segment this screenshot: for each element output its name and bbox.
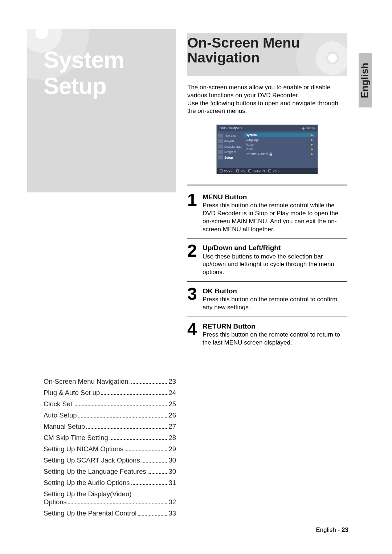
section-title-line2: Setup xyxy=(44,73,171,99)
step-number: 4 xyxy=(187,322,200,347)
toc-page: 23 xyxy=(168,378,176,386)
toc-leader-dots xyxy=(74,400,167,406)
footer-page-number: 23 xyxy=(342,526,348,533)
toc-row: Setting Up the Audio Options31 xyxy=(44,479,176,487)
chevron-right-icon: ▶ xyxy=(311,143,313,146)
toc-row: Setting Up NICAM Options29 xyxy=(44,445,176,453)
osd-sidebar-item: Program xyxy=(217,149,243,155)
toc-label: Clock Set xyxy=(44,400,72,408)
osd-menu-item: Video ▶ xyxy=(244,147,315,151)
osd-menu-label: Parental Control xyxy=(246,152,273,156)
toc-label: On-Screen Menu Navigation xyxy=(44,378,128,386)
chevron-right-icon: ▶ xyxy=(311,147,313,151)
osd-sidebar: Title ListPlaylistDiscManagerProgramSetu… xyxy=(217,131,243,168)
osd-hint: RETURN xyxy=(248,169,265,172)
step-number: 1 xyxy=(187,193,200,233)
osd-sidebar-label: Program xyxy=(224,150,236,154)
toc-page: 25 xyxy=(168,400,176,408)
divider xyxy=(187,238,347,239)
step-number: 3 xyxy=(187,287,200,311)
osd-bottom-hints: MOVE OK RETURN EXIT xyxy=(217,168,318,174)
toc-row: Manual Setup27 xyxy=(44,423,176,431)
table-of-contents: On-Screen Menu Navigation23Plug & Auto S… xyxy=(44,378,176,521)
osd-hint: EXIT xyxy=(268,169,279,172)
instruction-step: 4RETURN ButtonPress this button on the r… xyxy=(187,322,347,347)
toc-page: 29 xyxy=(168,445,176,453)
subsection-heading-box: On-Screen Menu Navigation xyxy=(187,33,347,76)
toc-page: 33 xyxy=(168,509,176,517)
toc-leader-dots xyxy=(86,423,167,429)
svg-rect-0 xyxy=(269,154,272,156)
osd-sidebar-label: Title List xyxy=(224,134,236,138)
toc-page: 30 xyxy=(168,456,176,464)
osd-sidebar-icon xyxy=(218,150,223,154)
subsection-heading-line2: Navigation xyxy=(187,50,347,65)
step-title: MENU Button xyxy=(203,193,247,201)
osd-sidebar-item: Setup xyxy=(217,155,243,160)
toc-row: Setting Up the Parental Control33 xyxy=(44,509,176,517)
osd-sidebar-label: Setup xyxy=(224,156,233,159)
toc-page: 28 xyxy=(168,434,176,442)
osd-menu: System ▶Language ▶Audio ▶Video ▶Parental… xyxy=(243,131,318,168)
chevron-right-icon: ▶ xyxy=(311,138,313,142)
osd-top-left: DVD-RAM(VR) xyxy=(220,126,242,130)
toc-row: Setting Up SCART Jack Options30 xyxy=(44,456,176,464)
instruction-step: 1MENU ButtonPress this button on the rem… xyxy=(187,193,347,233)
toc-leader-dots xyxy=(142,456,167,463)
toc-page: 30 xyxy=(168,468,176,476)
section-title: System Setup xyxy=(44,47,171,99)
toc-leader-dots xyxy=(101,389,167,395)
toc-label: Setting Up SCART Jack Options xyxy=(44,456,140,464)
osd-hint-key-icon xyxy=(236,169,239,172)
toc-page: 26 xyxy=(168,411,176,419)
toc-label: Setting Up the Language Features xyxy=(44,468,146,476)
toc-leader-dots xyxy=(130,378,167,384)
step-title: OK Button xyxy=(203,287,237,295)
osd-sidebar-icon xyxy=(218,155,223,159)
osd-menu-label: Audio xyxy=(246,143,254,146)
toc-page: 27 xyxy=(168,423,176,431)
toc-label: Setting Up the Audio Options xyxy=(44,479,130,487)
step-body: Use these buttons to move the selection … xyxy=(203,253,334,276)
toc-row: Setting Up the Language Features30 xyxy=(44,468,176,476)
osd-sidebar-label: DiscManager xyxy=(224,145,242,148)
step-body: Press this button on the remote control … xyxy=(203,202,338,232)
osd-hint-label: EXIT xyxy=(273,169,279,172)
step-title: Up/Down and Left/Right xyxy=(203,244,281,252)
osd-top-right: Setup xyxy=(302,126,315,130)
toc-leader-dots xyxy=(78,411,167,417)
toc-label: Setting Up the Display(Video) xyxy=(44,490,176,498)
osd-sidebar-item: Playlist xyxy=(217,138,243,144)
toc-leader-dots xyxy=(131,479,167,485)
toc-row: Auto Setup26 xyxy=(44,411,176,419)
toc-leader-dots xyxy=(110,434,167,440)
toc-row: On-Screen Menu Navigation23 xyxy=(44,378,176,386)
toc-page: 24 xyxy=(168,389,176,397)
toc-label: Plug & Auto Set up xyxy=(44,389,100,397)
osd-menu-item: System ▶ xyxy=(244,133,315,137)
osd-hint-key-icon xyxy=(220,169,222,172)
osd-hint: MOVE xyxy=(220,169,233,172)
language-tab: English xyxy=(359,53,372,107)
toc-leader-dots xyxy=(138,509,167,516)
toc-leader-dots xyxy=(125,445,167,451)
osd-hint-label: RETURN xyxy=(253,169,265,172)
osd-hint-key-icon xyxy=(268,169,271,172)
osd-sidebar-icon xyxy=(218,134,223,138)
osd-menu-item: Audio ▶ xyxy=(244,142,315,147)
osd-menu-label: Language xyxy=(246,138,260,142)
osd-sidebar-icon xyxy=(218,144,223,148)
toc-page: 32 xyxy=(168,498,176,506)
toc-page: 31 xyxy=(168,479,176,487)
step-title: RETURN Button xyxy=(203,322,256,330)
intro-paragraph: The on-screen menus allow you to enable … xyxy=(187,83,347,115)
toc-label: Auto Setup xyxy=(44,411,77,419)
osd-menu-item: Language ▶ xyxy=(244,138,315,142)
page-footer: English - 23 xyxy=(316,526,348,534)
toc-label: CM Skip Time Setting xyxy=(44,434,108,442)
toc-label: Manual Setup xyxy=(44,423,85,431)
divider xyxy=(187,317,347,317)
toc-leader-dots xyxy=(148,468,167,474)
toc-label: Options xyxy=(44,498,67,506)
subsection-heading-line1: On-Screen Menu xyxy=(187,36,347,50)
